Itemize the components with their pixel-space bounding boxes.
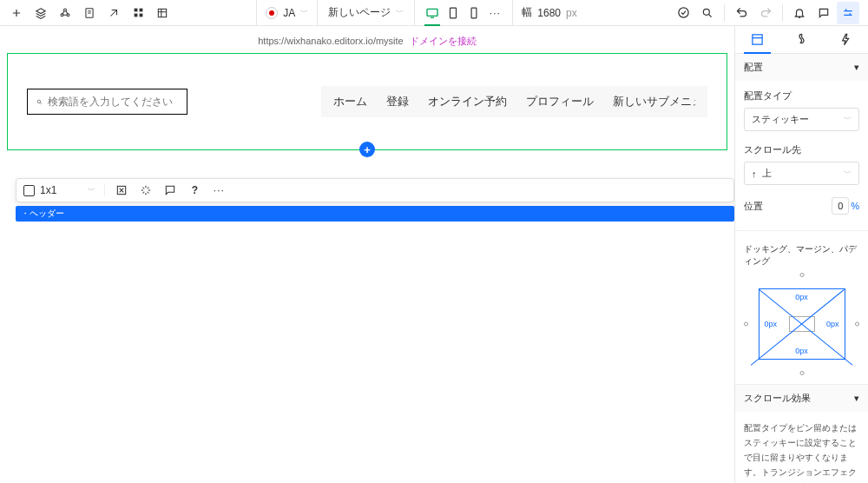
chevron-down-icon: ﹀ bbox=[844, 168, 852, 179]
zoom-icon[interactable] bbox=[696, 2, 719, 24]
tab-interactions-icon[interactable] bbox=[824, 26, 868, 53]
arrow-up-icon: ↑ bbox=[752, 169, 757, 179]
dock-handle-left[interactable] bbox=[744, 322, 748, 327]
viewport-mobile-icon[interactable] bbox=[464, 2, 484, 24]
scroll-to-select[interactable]: ↑上 ﹀ bbox=[744, 162, 859, 185]
dock-handle-bottom[interactable] bbox=[799, 371, 804, 375]
caret-down-icon: ▾ bbox=[854, 62, 859, 73]
svg-rect-11 bbox=[471, 8, 477, 18]
masters-icon[interactable] bbox=[54, 2, 76, 24]
canvas-area: https://wixhanako.editorx.io/mysite ドメイン… bbox=[0, 26, 734, 483]
add-element-icon[interactable] bbox=[5, 2, 28, 24]
section-header-layout[interactable]: 配置 ▾ bbox=[735, 54, 868, 81]
connect-domain-link[interactable]: ドメインを接続 bbox=[410, 36, 477, 46]
width-control[interactable]: 幅 1680 px bbox=[513, 0, 585, 26]
inspector-toggle-icon[interactable] bbox=[837, 2, 859, 24]
layers-icon[interactable] bbox=[30, 2, 52, 24]
layout-type-label: 配置タイプ bbox=[744, 89, 859, 103]
notification-icon[interactable] bbox=[788, 2, 811, 24]
viewport-desktop-icon[interactable] bbox=[422, 2, 443, 24]
comment-icon[interactable] bbox=[812, 2, 835, 24]
search-box[interactable] bbox=[27, 89, 187, 115]
page-selector[interactable]: 新しいページ ﹀ bbox=[318, 0, 415, 26]
lang-code: JA bbox=[283, 7, 295, 19]
layout-tool-icon[interactable] bbox=[114, 182, 129, 198]
svg-rect-7 bbox=[139, 14, 142, 17]
chevron-down-icon: ﹀ bbox=[300, 7, 308, 18]
svg-point-0 bbox=[64, 9, 67, 11]
chevron-down-icon: ﹀ bbox=[844, 114, 852, 125]
help-tool-icon[interactable]: ? bbox=[187, 182, 202, 198]
nav-item[interactable]: プロフィール bbox=[526, 94, 594, 109]
caret-down-icon: ▾ bbox=[854, 393, 859, 404]
top-toolbar: JA ﹀ 新しいページ ﹀ ··· 幅 1680 px bbox=[0, 0, 868, 26]
viewport-tablet-icon[interactable] bbox=[443, 2, 464, 24]
svg-point-14 bbox=[37, 100, 41, 103]
svg-rect-16 bbox=[753, 35, 762, 44]
undo-icon[interactable] bbox=[730, 2, 753, 24]
ai-tool-icon[interactable] bbox=[138, 182, 154, 198]
floating-toolbar: 1x1 ﹀ ? ··· bbox=[16, 178, 734, 202]
redo-icon[interactable] bbox=[754, 2, 777, 24]
comment-tool-icon[interactable] bbox=[162, 182, 178, 198]
theme-icon[interactable] bbox=[102, 2, 125, 24]
more-tool-icon[interactable]: ··· bbox=[211, 182, 227, 198]
search-icon bbox=[36, 96, 43, 108]
nav-menu: ホーム 登録 オンライン予約 プロフィール 新しいサブメニュー bbox=[321, 86, 707, 117]
tab-design-icon[interactable] bbox=[779, 26, 824, 53]
svg-rect-8 bbox=[158, 9, 166, 17]
add-section-button[interactable]: + bbox=[359, 142, 375, 157]
svg-rect-4 bbox=[134, 9, 137, 12]
chevron-down-icon: ﹀ bbox=[396, 7, 404, 18]
page-icon[interactable] bbox=[78, 2, 101, 24]
svg-rect-9 bbox=[427, 9, 437, 16]
url-bar: https://wixhanako.editorx.io/mysite ドメイン… bbox=[0, 31, 734, 53]
inspector-panel: 配置 ▾ 配置タイプ スティッキー ﹀ スクロール先 ↑上 ﹀ 位置 0 bbox=[734, 26, 868, 483]
position-label: 位置 bbox=[744, 200, 763, 213]
dock-handle-right[interactable] bbox=[855, 322, 859, 327]
layout-type-select[interactable]: スティッキー ﹀ bbox=[744, 108, 859, 131]
nav-item[interactable]: ホーム bbox=[333, 94, 367, 109]
check-icon[interactable] bbox=[672, 2, 694, 24]
scroll-description: 配置タイプをピン留めまたはスティッキーに設定することで目に留まりやすくなります。… bbox=[744, 420, 859, 483]
section-header-scroll[interactable]: スクロール効果 ▾ bbox=[735, 385, 868, 412]
header-section[interactable]: ホーム 登録 オンライン予約 プロフィール 新しいサブメニュー + bbox=[7, 53, 727, 150]
svg-rect-6 bbox=[134, 14, 137, 17]
svg-point-12 bbox=[678, 8, 687, 17]
scroll-to-label: スクロール先 bbox=[744, 143, 859, 156]
grid-checkbox-icon[interactable] bbox=[23, 185, 35, 196]
nav-item[interactable]: 登録 bbox=[386, 94, 409, 109]
position-value[interactable]: 0 bbox=[832, 197, 849, 215]
apps-icon[interactable] bbox=[127, 2, 149, 24]
svg-rect-10 bbox=[450, 8, 457, 18]
svg-point-13 bbox=[703, 9, 709, 15]
flag-jp-icon bbox=[266, 7, 278, 19]
viewport-more-icon[interactable]: ··· bbox=[484, 2, 505, 24]
nav-item[interactable]: オンライン予約 bbox=[428, 94, 507, 109]
position-unit[interactable]: % bbox=[851, 201, 859, 211]
nav-item[interactable]: 新しいサブメニュー bbox=[613, 94, 695, 109]
language-selector[interactable]: JA ﹀ bbox=[256, 0, 318, 26]
dock-handle-top[interactable] bbox=[799, 273, 804, 277]
box-model[interactable]: 0px 0px 0px 0px bbox=[759, 288, 845, 360]
search-input[interactable] bbox=[48, 96, 178, 108]
breadcrumb-tag[interactable]: ・ヘッダー bbox=[16, 206, 734, 222]
svg-rect-5 bbox=[139, 9, 142, 12]
docking-label: ドッキング、マージン、パディング bbox=[744, 243, 859, 268]
tab-layout-icon[interactable] bbox=[735, 26, 779, 53]
grid-label: 1x1 bbox=[40, 184, 56, 196]
chevron-down-icon[interactable]: ﹀ bbox=[88, 185, 95, 196]
data-icon[interactable] bbox=[151, 2, 174, 24]
